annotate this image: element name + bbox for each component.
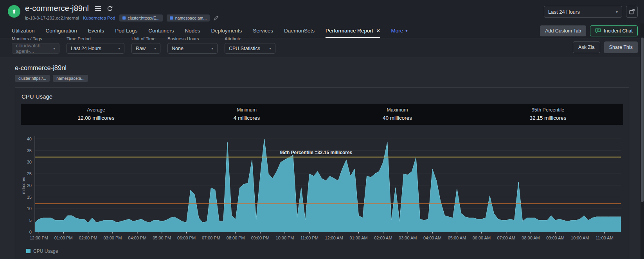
svg-text:95th Percentile =32.15 millico: 95th Percentile =32.15 millicores xyxy=(280,150,353,155)
page-scrollbar[interactable] xyxy=(640,23,644,259)
header: e-commerce-j89nl ip-10-0-17-202.ec2.inte… xyxy=(0,0,644,23)
svg-text:08:00 AM: 08:00 AM xyxy=(522,236,540,240)
svg-text:09:00 PM: 09:00 PM xyxy=(251,236,270,240)
tab-services[interactable]: Services xyxy=(253,23,273,38)
tab-utilization[interactable]: Utilization xyxy=(12,23,35,38)
filter-select[interactable]: CPU Statistics▾ xyxy=(225,43,275,54)
edit-tags-icon[interactable] xyxy=(214,15,219,21)
close-tab-icon[interactable]: × xyxy=(376,27,380,34)
cpu-stats-summary: Average12.08 millicoresMinimum4 millicor… xyxy=(21,104,623,125)
svg-text:25: 25 xyxy=(27,171,32,176)
svg-text:35: 35 xyxy=(27,148,32,153)
filter-select[interactable]: None▾ xyxy=(167,43,218,54)
tag-chip-cluster: cluster:https://E... xyxy=(119,14,163,22)
refresh-icon[interactable] xyxy=(107,5,113,12)
tab-deployments[interactable]: Deployments xyxy=(211,23,242,38)
stat-95th-percentile: 95th Percentile32.15 millicores xyxy=(473,107,623,121)
tab-nodes[interactable]: Nodes xyxy=(185,23,200,38)
tab-configuration[interactable]: Configuration xyxy=(46,23,77,38)
svg-text:01:00 AM: 01:00 AM xyxy=(349,236,367,240)
tab-events[interactable]: Events xyxy=(88,23,104,38)
svg-text:30: 30 xyxy=(27,160,32,164)
svg-text:40: 40 xyxy=(27,137,32,141)
svg-text:08:00 PM: 08:00 PM xyxy=(227,236,245,240)
share-this-button[interactable]: Share This xyxy=(604,41,638,53)
svg-text:20: 20 xyxy=(27,183,32,188)
report-tag-chip: namespace:a... xyxy=(53,75,88,82)
hamburger-menu-icon[interactable] xyxy=(94,6,101,11)
chevron-down-icon: ▾ xyxy=(616,10,618,14)
tab-daemonsets[interactable]: DaemonSets xyxy=(284,23,315,38)
chart-legend: CPU Usage xyxy=(21,248,623,257)
chat-bubble-icon xyxy=(595,28,601,33)
tag-color-square xyxy=(170,16,173,20)
svg-text:5: 5 xyxy=(29,218,32,223)
cpu-usage-card: CPU Usage Average12.08 millicoresMinimum… xyxy=(15,87,629,259)
stat-maximum: Maximum40 millicores xyxy=(322,107,473,121)
svg-text:01:00 PM: 01:00 PM xyxy=(54,236,73,240)
svg-text:03:00 AM: 03:00 AM xyxy=(399,236,417,240)
svg-text:12:00 PM: 12:00 PM xyxy=(30,236,48,240)
chevron-down-icon: ▾ xyxy=(269,46,271,50)
pop-out-report-icon-button[interactable] xyxy=(626,6,638,18)
tab-performance-report[interactable]: Performance Report× xyxy=(326,23,380,38)
svg-text:0: 0 xyxy=(29,230,32,234)
tab-bar: UtilizationConfigurationEventsPod LogsCo… xyxy=(0,23,644,38)
svg-text:12:00 AM: 12:00 AM xyxy=(325,236,343,240)
svg-text:05:00 AM: 05:00 AM xyxy=(448,236,466,240)
ask-zia-button[interactable]: Ask Zia xyxy=(573,41,600,53)
tab-list: UtilizationConfigurationEventsPod LogsCo… xyxy=(12,23,407,38)
svg-text:05:00 PM: 05:00 PM xyxy=(153,236,171,240)
report-content: e-commerce-j89nl cluster:https:/...names… xyxy=(0,58,644,259)
filter-select[interactable]: Raw▾ xyxy=(131,43,160,54)
report-monitor-title: e-commerce-j89nl xyxy=(15,64,629,72)
svg-text:millicores: millicores xyxy=(22,177,26,194)
chevron-down-icon: ▾ xyxy=(53,46,55,50)
svg-text:02:00 AM: 02:00 AM xyxy=(374,236,392,240)
cpu-usage-chart[interactable]: 051015202530354095th Percentile =32.15 m… xyxy=(21,130,623,248)
tab-containers[interactable]: Containers xyxy=(148,23,174,38)
svg-text:02:00 PM: 02:00 PM xyxy=(79,236,97,240)
global-time-range-select[interactable]: Last 24 Hours▾ xyxy=(544,6,622,18)
filter-unit-of-time: Unit of TimeRaw▾ xyxy=(131,36,160,54)
scrollbar-thumb[interactable] xyxy=(641,38,644,202)
stat-minimum: Minimum4 millicores xyxy=(171,107,322,121)
tab-more-dropdown[interactable]: More▾ xyxy=(391,23,408,38)
monitor-status-up-icon xyxy=(8,5,20,18)
svg-text:06:00 PM: 06:00 PM xyxy=(177,236,196,240)
add-custom-tab-button[interactable]: Add Custom Tab xyxy=(540,25,586,36)
svg-text:06:00 AM: 06:00 AM xyxy=(473,236,491,240)
svg-text:10:00 PM: 10:00 PM xyxy=(276,236,294,240)
svg-text:11:00 AM: 11:00 AM xyxy=(595,236,613,240)
chevron-down-icon: ▾ xyxy=(211,46,213,50)
filter-select[interactable]: cloudwatch-agent-...▾ xyxy=(12,43,59,54)
svg-text:09:00 AM: 09:00 AM xyxy=(546,236,564,240)
tag-chip-namespace: namespace:am... xyxy=(167,14,210,22)
filter-select[interactable]: Last 24 Hours▾ xyxy=(67,43,124,54)
report-tag-chip: cluster:https:/... xyxy=(15,75,50,82)
host-name: ip-10-0-17-202.ec2.internal xyxy=(25,16,79,20)
stat-average: Average12.08 millicores xyxy=(21,107,171,121)
tag-color-square xyxy=(122,16,126,20)
monitoring-app-window: e-commerce-j89nl ip-10-0-17-202.ec2.inte… xyxy=(0,0,644,259)
report-tag-list: cluster:https:/...namespace:a... xyxy=(15,75,629,82)
filter-monitors-tags: Monitors / Tagscloudwatch-agent-...▾ xyxy=(12,36,59,54)
chevron-down-icon: ▾ xyxy=(118,46,120,50)
svg-text:15: 15 xyxy=(27,195,32,200)
svg-text:07:00 PM: 07:00 PM xyxy=(202,236,220,240)
legend-label: CPU Usage xyxy=(33,248,58,254)
svg-text:04:00 AM: 04:00 AM xyxy=(423,236,441,240)
legend-swatch xyxy=(26,249,31,253)
chevron-down-icon: ▾ xyxy=(405,29,407,33)
svg-text:11:00 PM: 11:00 PM xyxy=(300,236,318,240)
report-filter-bar: Monitors / Tagscloudwatch-agent-...▾Time… xyxy=(0,38,644,58)
monitor-type-link[interactable]: Kubernetes Pod xyxy=(83,16,115,20)
svg-text:03:00 PM: 03:00 PM xyxy=(104,236,122,240)
svg-text:10: 10 xyxy=(27,206,32,211)
svg-text:04:00 PM: 04:00 PM xyxy=(128,236,146,240)
page-title: e-commerce-j89nl xyxy=(25,4,89,13)
chevron-down-icon: ▾ xyxy=(154,46,156,50)
tab-pod-logs[interactable]: Pod Logs xyxy=(115,23,137,38)
incident-chat-button[interactable]: Incident Chat xyxy=(590,25,638,36)
filter-business-hours: Business HoursNone▾ xyxy=(167,36,218,54)
